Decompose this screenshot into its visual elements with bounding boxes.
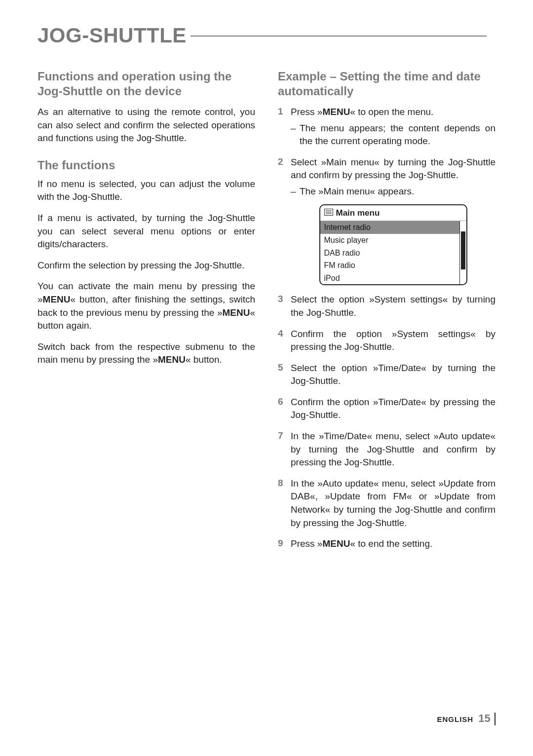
step-7: 7 In the »Time/Date« menu, select »Auto …: [278, 430, 495, 469]
lcd-scrollbar-thumb: [461, 231, 465, 269]
lcd-item: DAB radio: [320, 247, 459, 260]
step-4: 4 Confirm the option »System settings« b…: [278, 328, 495, 354]
page-title: JOG-SHUTTLE: [38, 24, 495, 47]
lcd-scrollbar: [459, 221, 466, 284]
step-6: 6 Confirm the option »Time/Date« by pres…: [278, 396, 495, 422]
lcd-item: iPod: [320, 272, 459, 285]
lcd-item-selected: Internet radio: [320, 221, 459, 234]
left-column: Functions and operation using the Jog-Sh…: [38, 69, 255, 559]
left-heading: Functions and operation using the Jog-Sh…: [38, 69, 255, 99]
footer-page-number: 15: [478, 712, 490, 724]
right-column: Example – Setting the time and date auto…: [278, 69, 495, 559]
two-columns: Functions and operation using the Jog-Sh…: [38, 69, 495, 559]
lcd-title: Main menu: [336, 207, 380, 219]
menu-button-label: MENU: [222, 307, 250, 318]
lcd-list: Internet radio Music player DAB radio FM…: [320, 221, 459, 284]
step-8: 8 In the »Auto update« menu, select »Upd…: [278, 477, 495, 529]
left-p2: If no menu is selected, you can adjust t…: [38, 178, 255, 204]
menu-button-label: MENU: [322, 107, 350, 117]
step-9: 9 Press »MENU« to end the setting.: [278, 537, 495, 551]
footer-language: ENGLISH: [437, 715, 473, 723]
step-2: 2 Select »Main menu« by turning the Jog-…: [278, 156, 495, 286]
left-p4: Confirm the selection by pressing the Jo…: [38, 259, 255, 272]
menu-button-label: MENU: [158, 354, 186, 365]
lcd-item: Music player: [320, 234, 459, 247]
step-5: 5 Select the option »Time/Date« by turni…: [278, 362, 495, 388]
step-1: 1 Press »MENU« to open the menu. The men…: [278, 106, 495, 148]
list-icon: [324, 207, 336, 219]
left-p3: If a menu is activated, by turning the J…: [38, 212, 255, 251]
left-subheading: The functions: [38, 158, 255, 173]
title-rule: [190, 36, 487, 37]
menu-button-label: MENU: [43, 294, 71, 304]
footer-bar: [495, 713, 495, 725]
lcd-screen: Main menu Internet radio Music player DA…: [319, 204, 467, 286]
steps-list: 1 Press »MENU« to open the menu. The men…: [278, 106, 495, 551]
left-p6: Switch back from the respective submenu …: [38, 340, 255, 367]
right-heading: Example – Setting the time and date auto…: [278, 69, 495, 99]
page-title-text: JOG-SHUTTLE: [38, 24, 187, 47]
left-p5: You can activate the main menu by pressi…: [38, 280, 255, 332]
page-footer: ENGLISH 15: [437, 712, 495, 726]
step-3: 3 Select the option »System settings« by…: [278, 293, 495, 319]
lcd-title-row: Main menu: [320, 205, 466, 222]
lcd-item: FM radio: [320, 259, 459, 272]
left-p1: As an alternative to using the remote co…: [38, 106, 255, 145]
menu-button-label: MENU: [322, 538, 350, 549]
